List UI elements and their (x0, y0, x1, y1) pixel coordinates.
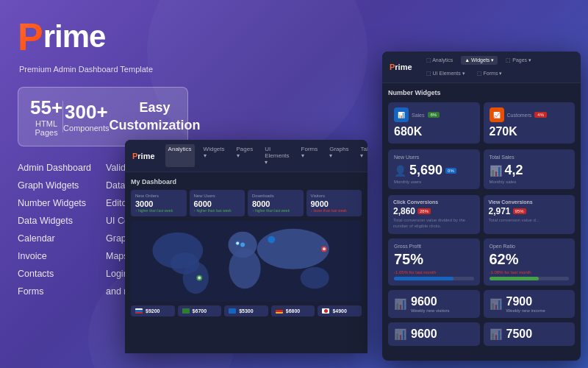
mock-dashboard-title: My Dashboard (131, 178, 362, 185)
weekly-visitors-value: 9600 (411, 295, 450, 308)
mock-stat-orders: New Orders 3000 ↑ higher than last week (131, 190, 187, 216)
logo-area: P rime (18, 15, 188, 59)
mock-map-area (131, 221, 362, 302)
mock-country-russia: $9200 (131, 305, 175, 316)
nav-item-invoice[interactable]: Invoice (18, 247, 100, 264)
new-users-card: New Users 👤 5,690 0% Monthly users (388, 149, 480, 189)
total-sales-title: Total Sales (490, 155, 570, 160)
customers-value: 270K (490, 125, 570, 138)
customization-label: EasyCustomization (109, 99, 200, 134)
world-map-svg (131, 221, 362, 302)
sales-value: 680K (394, 125, 474, 138)
pages-number: 55+ (30, 96, 62, 119)
right-nav-widgets[interactable]: ▲ Widgets ▾ (461, 56, 498, 65)
customers-widget: 📈 Customers 4% 270K (484, 102, 576, 144)
right-nav-analytics[interactable]: ⬚ Analytics (423, 56, 457, 65)
logo-subtitle: Premium Admin Dashboard Template (19, 65, 188, 74)
pages-stat: 55+ HTML Pages (30, 96, 62, 137)
mock-nav-pages[interactable]: Pages ▾ (234, 144, 257, 167)
mock-nav-ui[interactable]: UI Elements ▾ (262, 144, 292, 167)
right-mock-header: Prime ⬚ Analytics ▲ Widgets ▾ ⬚ Pages ▾ … (382, 52, 581, 83)
weekly-visitors-card: 📊 9600 Weekly new visitors (388, 290, 480, 318)
bottom-stats-row: 📊 9600 📊 7500 (388, 322, 575, 346)
germany-flag (276, 308, 283, 314)
customization-stat: EasyCustomization (109, 99, 200, 134)
stats-box: 55+ HTML Pages 300+ Components EasyCusto… (18, 87, 188, 146)
bottom-stat-2: 📊 7500 (484, 322, 576, 346)
right-mock-logo: Prime (390, 63, 412, 71)
total-sales-value: 4,2 (505, 163, 523, 178)
nav-item-number-widgets[interactable]: Number Widgets (18, 194, 100, 211)
nav-item-data-widgets[interactable]: Data Widgets (18, 211, 100, 229)
mock-nav-widgets[interactable]: Widgets ▾ (201, 144, 228, 167)
income-chart-icon: 📊 (490, 298, 502, 310)
weekly-visitors-label: Weekly new visitors (411, 308, 450, 313)
open-ratio-value: 62% (490, 251, 570, 268)
mock-nav-tables[interactable]: Tables ▾ (357, 144, 368, 167)
nav-item-forms[interactable]: Forms (18, 282, 100, 300)
mock-nav: Analytics Widgets ▾ Pages ▾ UI Elements … (165, 144, 368, 167)
click-conv-card: Click Conversions 2,860 28% Total conver… (388, 195, 480, 234)
view-conv-card: View Conversions 2,971 95% Total convers… (484, 195, 576, 234)
mock-stat-users: New Users 6000 ↑ higher than last week (190, 190, 245, 216)
nav-item-graph-widgets[interactable]: Graph Widgets (18, 176, 100, 194)
right-mock-body: Number Widgets 📊 Sales 8% 680K 📈 Custome… (382, 83, 581, 361)
right-nav-ui[interactable]: ⬚ UI Elements ▾ (423, 69, 469, 78)
components-label: Components (63, 124, 109, 132)
open-ratio-bar-bg (490, 277, 570, 280)
mock-header: Prime Analytics Widgets ▾ Pages ▾ UI Ele… (125, 140, 368, 172)
gross-profit-value: 75% (394, 251, 474, 268)
sales-customers-row: 📊 Sales 8% 680K 📈 Customers 4% 270K (388, 102, 575, 144)
components-stat: 300+ Components (62, 101, 109, 132)
conversion-row: Click Conversions 2,860 28% Total conver… (388, 195, 575, 234)
open-ratio-title: Open Ratio (490, 244, 570, 249)
japan-flag (322, 308, 329, 314)
russia-flag (135, 308, 143, 314)
gross-profit-bar-bg (394, 277, 474, 280)
weekly-income-card: 📊 7900 Weekly new income (484, 290, 576, 318)
open-ratio-card: Open Ratio 62% -1.08% for last month (484, 238, 576, 286)
mock-nav-analytics[interactable]: Analytics (165, 144, 195, 167)
bottom-stat-1: 📊 9600 (388, 322, 480, 346)
view-conv-desc: Total conversion value d... (489, 218, 570, 224)
new-users-title: New Users (394, 155, 474, 160)
mock-country-japan: $4900 (318, 305, 362, 316)
right-dashboard-mockup: Prime ⬚ Analytics ▲ Widgets ▾ ⬚ Pages ▾ … (382, 52, 581, 361)
nav-item-contacts[interactable]: Contacts (18, 264, 100, 282)
number-widgets-title: Number Widgets (388, 89, 575, 96)
svg-point-14 (323, 247, 326, 250)
nav-item-admin-dashboard[interactable]: Admin Dashboard (18, 158, 100, 176)
mock-stat-downloads: Downloads 8000 ↑ higher than last week (248, 190, 304, 216)
mock-country-uk: $5300 (224, 305, 268, 316)
open-ratio-change: -1.08% for last month (490, 270, 570, 275)
nav-item-calendar[interactable]: Calendar (18, 229, 100, 247)
svg-point-7 (301, 267, 329, 289)
bottom-chart-icon-2: 📊 (490, 328, 502, 340)
logo-rime: rime (43, 19, 106, 54)
mock-nav-graphs[interactable]: Graphs ▾ (326, 144, 351, 167)
right-nav-forms[interactable]: ⬚ Forms ▾ (473, 69, 506, 78)
components-number: 300+ (63, 101, 109, 124)
view-conv-badge: 95% (513, 208, 526, 214)
click-conv-value: 2,860 (393, 206, 415, 216)
total-sales-card: Total Sales 📊 4,2 Monthly sales (484, 149, 576, 189)
new-users-footer: Monthly users (394, 180, 474, 184)
sales-icon: 📊 (394, 107, 409, 122)
bottom-value-1: 9600 (411, 328, 437, 341)
customers-badge: 4% (534, 112, 547, 118)
new-users-badge: 0% (445, 168, 456, 174)
right-nav-pages[interactable]: ⬚ Pages ▾ (502, 56, 535, 65)
uk-flag (229, 308, 236, 314)
mock-country-brazil: $6700 (178, 305, 222, 316)
svg-point-13 (236, 242, 239, 245)
mock-nav-forms[interactable]: Forms ▾ (298, 144, 321, 167)
svg-point-3 (183, 262, 209, 294)
svg-point-6 (257, 229, 329, 269)
view-conv-value: 2,971 (489, 206, 511, 216)
gross-profit-card: Gross Profit 75% -1.05% for last month (388, 238, 480, 286)
mock-body: My Dashboard New Orders 3000 ↑ higher th… (125, 172, 368, 322)
svg-point-9 (268, 236, 275, 244)
visitors-chart-icon: 📊 (394, 298, 406, 310)
left-dashboard-mockup: Prime Analytics Widgets ▾ Pages ▾ UI Ele… (125, 140, 368, 353)
mock-stats-row: New Orders 3000 ↑ higher than last week … (131, 190, 362, 216)
